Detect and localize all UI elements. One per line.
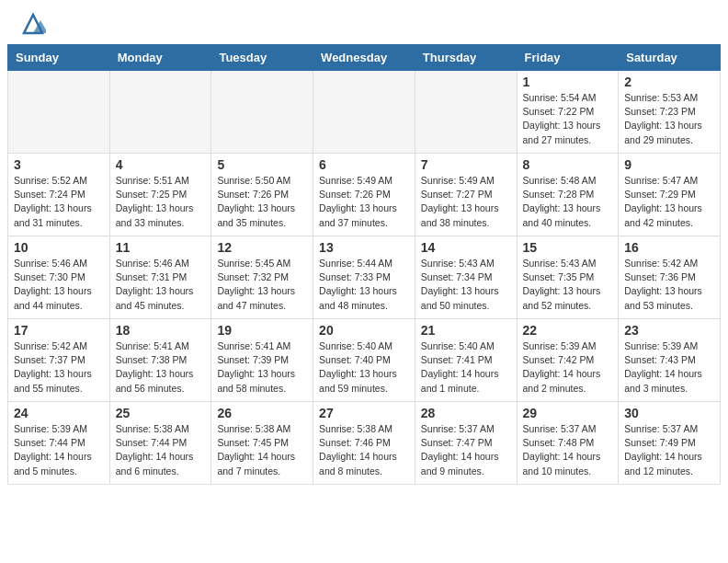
day-info: Sunrise: 5:54 AMSunset: 7:22 PMDaylight:… — [523, 91, 613, 147]
day-cell: 10Sunrise: 5:46 AMSunset: 7:30 PMDayligh… — [8, 236, 110, 319]
day-info: Sunrise: 5:52 AMSunset: 7:24 PMDaylight:… — [14, 174, 104, 230]
day-cell: 8Sunrise: 5:48 AMSunset: 7:28 PMDaylight… — [517, 154, 619, 236]
day-cell: 27Sunrise: 5:38 AMSunset: 7:46 PMDayligh… — [313, 402, 415, 485]
day-info: Sunrise: 5:51 AMSunset: 7:25 PMDaylight:… — [116, 174, 206, 230]
day-cell: 19Sunrise: 5:41 AMSunset: 7:39 PMDayligh… — [211, 319, 313, 402]
day-cell: 18Sunrise: 5:41 AMSunset: 7:38 PMDayligh… — [109, 319, 211, 402]
day-info: Sunrise: 5:42 AMSunset: 7:36 PMDaylight:… — [624, 257, 714, 313]
day-cell: 4Sunrise: 5:51 AMSunset: 7:25 PMDaylight… — [109, 154, 211, 236]
day-cell: 17Sunrise: 5:42 AMSunset: 7:37 PMDayligh… — [8, 319, 110, 402]
day-cell: 13Sunrise: 5:44 AMSunset: 7:33 PMDayligh… — [313, 236, 415, 319]
day-info: Sunrise: 5:40 AMSunset: 7:40 PMDaylight:… — [319, 339, 409, 396]
day-info: Sunrise: 5:48 AMSunset: 7:28 PMDaylight:… — [523, 174, 613, 230]
day-number: 14 — [421, 240, 511, 255]
day-header-sunday: Sunday — [8, 45, 110, 71]
day-cell: 2Sunrise: 5:53 AMSunset: 7:23 PMDaylight… — [619, 71, 721, 154]
day-cell: 28Sunrise: 5:37 AMSunset: 7:47 PMDayligh… — [415, 402, 517, 485]
day-info: Sunrise: 5:40 AMSunset: 7:41 PMDaylight:… — [421, 339, 511, 396]
day-number: 28 — [421, 406, 511, 420]
day-info: Sunrise: 5:41 AMSunset: 7:39 PMDaylight:… — [217, 339, 307, 396]
day-info: Sunrise: 5:39 AMSunset: 7:43 PMDaylight:… — [624, 339, 714, 396]
day-info: Sunrise: 5:43 AMSunset: 7:34 PMDaylight:… — [421, 257, 511, 313]
day-cell: 20Sunrise: 5:40 AMSunset: 7:40 PMDayligh… — [313, 319, 415, 402]
day-info: Sunrise: 5:45 AMSunset: 7:32 PMDaylight:… — [217, 257, 307, 313]
day-number: 23 — [624, 323, 714, 338]
day-info: Sunrise: 5:42 AMSunset: 7:37 PMDaylight:… — [14, 339, 104, 396]
day-info: Sunrise: 5:38 AMSunset: 7:45 PMDaylight:… — [217, 422, 307, 478]
day-number: 17 — [14, 323, 104, 338]
day-cell: 21Sunrise: 5:40 AMSunset: 7:41 PMDayligh… — [415, 319, 517, 402]
day-info: Sunrise: 5:47 AMSunset: 7:29 PMDaylight:… — [624, 174, 714, 230]
day-cell — [313, 71, 415, 154]
day-cell: 12Sunrise: 5:45 AMSunset: 7:32 PMDayligh… — [211, 236, 313, 319]
day-cell: 16Sunrise: 5:42 AMSunset: 7:36 PMDayligh… — [619, 236, 721, 319]
day-number: 19 — [217, 323, 307, 338]
day-number: 22 — [523, 323, 613, 338]
day-cell — [211, 71, 313, 154]
day-number: 12 — [217, 240, 307, 255]
day-cell: 15Sunrise: 5:43 AMSunset: 7:35 PMDayligh… — [517, 236, 619, 319]
day-cell: 23Sunrise: 5:39 AMSunset: 7:43 PMDayligh… — [619, 319, 721, 402]
day-info: Sunrise: 5:39 AMSunset: 7:44 PMDaylight:… — [14, 422, 104, 478]
day-cell: 7Sunrise: 5:49 AMSunset: 7:27 PMDaylight… — [415, 154, 517, 236]
logo — [18, 15, 46, 37]
logo-icon — [20, 11, 46, 37]
day-header-thursday: Thursday — [415, 45, 517, 71]
day-cell: 22Sunrise: 5:39 AMSunset: 7:42 PMDayligh… — [517, 319, 619, 402]
day-cell: 1Sunrise: 5:54 AMSunset: 7:22 PMDaylight… — [517, 71, 619, 154]
day-number: 25 — [116, 406, 206, 420]
day-number: 11 — [116, 240, 206, 255]
day-cell: 6Sunrise: 5:49 AMSunset: 7:26 PMDaylight… — [313, 154, 415, 236]
day-cell — [415, 71, 517, 154]
day-number: 7 — [421, 157, 511, 172]
day-number: 20 — [319, 323, 409, 338]
day-number: 9 — [624, 157, 714, 172]
day-header-tuesday: Tuesday — [211, 45, 313, 71]
day-info: Sunrise: 5:37 AMSunset: 7:49 PMDaylight:… — [624, 422, 714, 478]
day-cell: 30Sunrise: 5:37 AMSunset: 7:49 PMDayligh… — [619, 402, 721, 485]
day-number: 4 — [116, 157, 206, 172]
day-number: 15 — [523, 240, 613, 255]
day-info: Sunrise: 5:50 AMSunset: 7:26 PMDaylight:… — [217, 174, 307, 230]
day-number: 13 — [319, 240, 409, 255]
day-cell — [109, 71, 211, 154]
day-cell: 26Sunrise: 5:38 AMSunset: 7:45 PMDayligh… — [211, 402, 313, 485]
day-number: 18 — [116, 323, 206, 338]
day-cell: 9Sunrise: 5:47 AMSunset: 7:29 PMDaylight… — [619, 154, 721, 236]
day-header-wednesday: Wednesday — [313, 45, 415, 71]
svg-marker-1 — [33, 20, 46, 33]
day-info: Sunrise: 5:37 AMSunset: 7:47 PMDaylight:… — [421, 422, 511, 478]
day-number: 8 — [523, 157, 613, 172]
day-cell: 11Sunrise: 5:46 AMSunset: 7:31 PMDayligh… — [109, 236, 211, 319]
day-number: 24 — [14, 406, 104, 420]
day-number: 1 — [523, 75, 613, 89]
day-number: 30 — [624, 406, 714, 420]
day-number: 27 — [319, 406, 409, 420]
day-info: Sunrise: 5:41 AMSunset: 7:38 PMDaylight:… — [116, 339, 206, 396]
day-info: Sunrise: 5:49 AMSunset: 7:26 PMDaylight:… — [319, 174, 409, 230]
day-info: Sunrise: 5:38 AMSunset: 7:44 PMDaylight:… — [116, 422, 206, 478]
day-info: Sunrise: 5:43 AMSunset: 7:35 PMDaylight:… — [523, 257, 613, 313]
day-cell: 3Sunrise: 5:52 AMSunset: 7:24 PMDaylight… — [8, 154, 110, 236]
day-number: 16 — [624, 240, 714, 255]
day-number: 21 — [421, 323, 511, 338]
day-info: Sunrise: 5:46 AMSunset: 7:30 PMDaylight:… — [14, 257, 104, 313]
day-info: Sunrise: 5:37 AMSunset: 7:48 PMDaylight:… — [523, 422, 613, 478]
day-number: 3 — [14, 157, 104, 172]
day-info: Sunrise: 5:53 AMSunset: 7:23 PMDaylight:… — [624, 91, 714, 147]
day-number: 5 — [217, 157, 307, 172]
day-cell: 5Sunrise: 5:50 AMSunset: 7:26 PMDaylight… — [211, 154, 313, 236]
day-number: 26 — [217, 406, 307, 420]
day-number: 29 — [523, 406, 613, 420]
day-info: Sunrise: 5:46 AMSunset: 7:31 PMDaylight:… — [116, 257, 206, 313]
day-number: 2 — [624, 75, 714, 89]
day-cell: 29Sunrise: 5:37 AMSunset: 7:48 PMDayligh… — [517, 402, 619, 485]
day-header-saturday: Saturday — [619, 45, 721, 71]
day-info: Sunrise: 5:44 AMSunset: 7:33 PMDaylight:… — [319, 257, 409, 313]
day-cell — [8, 71, 110, 154]
day-info: Sunrise: 5:39 AMSunset: 7:42 PMDaylight:… — [523, 339, 613, 396]
day-info: Sunrise: 5:38 AMSunset: 7:46 PMDaylight:… — [319, 422, 409, 478]
day-header-friday: Friday — [517, 45, 619, 71]
day-cell: 24Sunrise: 5:39 AMSunset: 7:44 PMDayligh… — [8, 402, 110, 485]
day-number: 10 — [14, 240, 104, 255]
